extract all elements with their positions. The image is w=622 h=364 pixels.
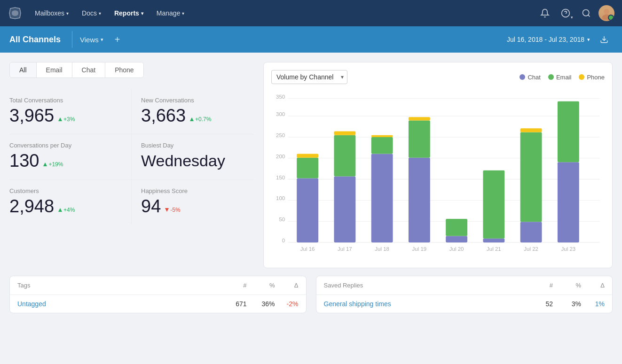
help-button[interactable]: ▾: [557, 5, 574, 22]
svg-text:350: 350: [276, 94, 285, 100]
stat-change-customers: +4%: [58, 207, 75, 213]
views-dropdown[interactable]: Views ▾: [74, 33, 109, 46]
chart-select-wrap[interactable]: Volume by Channel Volume by Tag Volume b…: [271, 70, 347, 84]
svg-rect-51: [520, 132, 542, 222]
svg-rect-40: [409, 158, 430, 242]
svg-marker-7: [58, 117, 62, 121]
svg-rect-54: [558, 162, 579, 242]
tab-phone[interactable]: Phone: [105, 62, 143, 77]
nav-mailboxes[interactable]: Mailboxes ▾: [30, 7, 73, 20]
svg-marker-11: [165, 208, 169, 212]
stat-customers: Customers 2,948 +4%: [9, 180, 132, 225]
svg-rect-41: [409, 121, 430, 158]
chart-header: Volume by Channel Volume by Tag Volume b…: [271, 70, 605, 84]
svg-text:Jul 16: Jul 16: [300, 246, 315, 252]
top-nav: Mailboxes ▾ Docs ▾ Reports ▾ Manage ▾ ▾: [0, 0, 622, 26]
svg-marker-9: [43, 163, 47, 166]
legend-phone: Phone: [579, 74, 605, 81]
divider: [72, 31, 72, 48]
bottom-section: Tags # % Δ Untagged 671 36% -2% Saved Re…: [9, 276, 613, 313]
table-row: Untagged 671 36% -2%: [10, 295, 306, 313]
svg-rect-37: [371, 137, 393, 154]
stat-happiness: Happiness Score 94 -5%: [132, 180, 254, 225]
svg-rect-30: [297, 154, 318, 157]
filter-tabs: All Email Chat Phone: [9, 62, 144, 78]
svg-rect-36: [371, 154, 393, 242]
svg-point-5: [602, 14, 611, 20]
stat-change-per-day: +19%: [43, 161, 63, 168]
svg-text:300: 300: [276, 111, 285, 117]
svg-rect-34: [334, 131, 355, 135]
chevron-down-icon: ▾: [141, 11, 143, 16]
chart-type-select[interactable]: Volume by Channel Volume by Tag Volume b…: [271, 70, 347, 84]
svg-rect-45: [446, 219, 467, 236]
svg-text:150: 150: [276, 175, 285, 180]
chevron-down-icon: ▾: [101, 37, 103, 43]
svg-rect-52: [520, 128, 542, 132]
untagged-link[interactable]: Untagged: [17, 300, 46, 308]
svg-rect-44: [446, 236, 467, 243]
svg-rect-32: [334, 176, 355, 242]
tags-table: Tags # % Δ Untagged 671 36% -2%: [9, 276, 307, 313]
stats-grid: Total Conversations 3,965 +3% New Conver…: [9, 89, 254, 225]
nav-docs[interactable]: Docs ▾: [77, 7, 106, 20]
legend-dot-email: [548, 74, 554, 80]
left-panel: All Email Chat Phone Total Conversations…: [9, 62, 254, 268]
svg-rect-38: [371, 135, 393, 137]
legend-email: Email: [548, 74, 572, 81]
svg-line-3: [588, 15, 590, 17]
svg-text:50: 50: [279, 217, 285, 222]
svg-text:Jul 20: Jul 20: [449, 246, 464, 252]
stat-change-happiness: -5%: [165, 207, 180, 213]
date-range-picker[interactable]: Jul 16, 2018 - Jul 23, 2018 ▾: [501, 33, 596, 46]
legend-dot-phone: [579, 74, 584, 80]
saved-replies-table: Saved Replies # % Δ General shipping tim…: [316, 276, 613, 313]
svg-text:200: 200: [276, 154, 285, 159]
svg-text:0: 0: [282, 238, 285, 243]
page-title: All Channels: [9, 35, 70, 45]
bar-chart-svg: 0 50 100 150 200 250 300 350: [271, 92, 605, 258]
chart-panel: Volume by Channel Volume by Tag Volume b…: [263, 62, 613, 268]
svg-text:Jul 19: Jul 19: [412, 246, 427, 252]
svg-rect-29: [297, 158, 318, 178]
svg-text:100: 100: [276, 195, 285, 201]
svg-rect-33: [334, 135, 355, 177]
tags-table-header: Tags # % Δ: [10, 276, 306, 295]
tab-email[interactable]: Email: [37, 62, 72, 77]
stat-conversations-per-day: Conversations per Day 130 +19%: [9, 134, 132, 180]
svg-rect-48: [483, 170, 504, 239]
add-view-button[interactable]: +: [109, 31, 126, 48]
svg-marker-10: [58, 208, 62, 212]
stat-busiest-day: Busiest Day Wednesday: [132, 134, 254, 180]
svg-text:Jul 21: Jul 21: [487, 246, 501, 252]
svg-point-4: [604, 9, 609, 15]
svg-rect-28: [297, 178, 318, 243]
svg-rect-42: [409, 117, 430, 120]
svg-rect-50: [520, 222, 542, 242]
svg-rect-47: [483, 239, 504, 242]
chevron-down-icon: ▾: [182, 11, 184, 16]
stat-change-total: +3%: [58, 116, 75, 123]
logo[interactable]: [8, 6, 23, 21]
shipping-link[interactable]: General shipping times: [324, 300, 391, 308]
chevron-down-icon: ▾: [587, 37, 590, 43]
svg-text:Jul 17: Jul 17: [338, 246, 352, 252]
chart-area: 0 50 100 150 200 250 300 350: [271, 92, 605, 260]
tab-all[interactable]: All: [10, 62, 37, 77]
main-content: All Email Chat Phone Total Conversations…: [0, 53, 622, 268]
tab-chat[interactable]: Chat: [72, 62, 106, 77]
svg-marker-8: [190, 117, 194, 121]
nav-manage[interactable]: Manage ▾: [152, 7, 189, 20]
table-row: General shipping times 52 3% 1%: [316, 295, 613, 313]
notifications-button[interactable]: [536, 5, 553, 22]
nav-reports[interactable]: Reports ▾: [110, 7, 148, 20]
chevron-down-icon: ▾: [571, 15, 573, 20]
chevron-down-icon: ▾: [66, 11, 69, 16]
avatar[interactable]: [598, 5, 614, 21]
svg-text:Jul 22: Jul 22: [524, 246, 538, 252]
stat-change-new: +0.7%: [189, 116, 211, 123]
download-button[interactable]: [596, 31, 613, 48]
search-button[interactable]: [578, 5, 595, 22]
legend-dot-chat: [520, 74, 525, 80]
svg-text:Jul 23: Jul 23: [561, 246, 576, 252]
